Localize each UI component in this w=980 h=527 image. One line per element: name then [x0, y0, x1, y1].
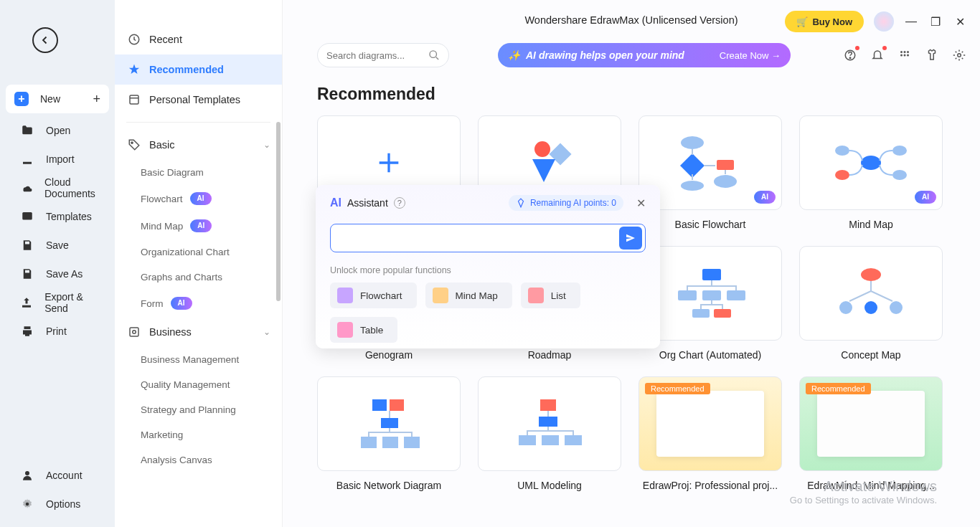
ai-points-text: Remaining AI points: 0: [530, 198, 616, 208]
svg-rect-43: [381, 418, 398, 428]
help-icon[interactable]: [842, 47, 858, 63]
sidebar-item-new[interactable]: + New +: [6, 85, 109, 113]
svg-point-7: [133, 331, 136, 334]
title-bar: Wondershare EdrawMax (Unlicensed Version…: [283, 0, 980, 43]
sidebar-item-save[interactable]: Save: [0, 231, 115, 260]
func-flowchart[interactable]: Flowchart: [330, 283, 417, 308]
concept-icon: [831, 265, 910, 322]
sidebar-label: Open: [46, 125, 70, 136]
ai-points-pill[interactable]: Remaining AI points: 0: [509, 195, 623, 211]
svg-point-16: [907, 54, 909, 57]
business-icon: [128, 326, 141, 338]
sub-marketing[interactable]: Marketing: [115, 422, 282, 447]
saveas-icon: [20, 267, 34, 281]
card-label: Basic Network Diagram: [317, 480, 461, 491]
sidebar-item-import[interactable]: Import: [0, 145, 115, 174]
sidebar-item-templates[interactable]: Templates: [0, 202, 115, 231]
sub-quality[interactable]: Quality Management: [115, 372, 282, 397]
svg-rect-47: [540, 399, 556, 411]
cat-label: Recent: [149, 34, 182, 45]
buy-now-button[interactable]: 🛒 Buy Now: [785, 11, 864, 32]
cat-basic-header[interactable]: Basic ⌄: [115, 130, 282, 160]
sub-orgchart[interactable]: Organizational Chart: [115, 239, 282, 265]
sidebar-label-new: New: [40, 93, 60, 105]
folder-icon: [20, 123, 34, 138]
table-func-icon: [337, 322, 353, 338]
svg-rect-22: [680, 153, 705, 178]
sidebar-item-saveas[interactable]: Save As: [0, 260, 115, 288]
cat-personal[interactable]: Personal Templates: [115, 85, 282, 115]
svg-point-37: [861, 268, 881, 281]
svg-point-25: [714, 175, 737, 188]
card-uml[interactable]: UML Modeling: [478, 376, 621, 491]
svg-rect-36: [714, 309, 731, 318]
sub-strategy[interactable]: Strategy and Planning: [115, 397, 282, 422]
svg-point-30: [892, 170, 907, 180]
bell-icon[interactable]: [870, 47, 885, 63]
card-orgchart[interactable]: Org Chart (Automated): [639, 246, 782, 361]
apps-icon[interactable]: [897, 47, 913, 63]
func-list[interactable]: List: [521, 283, 580, 308]
sidebar-item-export[interactable]: Export & Send: [0, 288, 115, 317]
card-concept[interactable]: Concept Map: [799, 246, 943, 361]
sub-graphs[interactable]: Graphs and Charts: [115, 265, 282, 290]
svg-point-39: [864, 301, 877, 314]
card-network[interactable]: Basic Network Diagram: [317, 376, 461, 491]
shirt-icon[interactable]: [924, 47, 940, 63]
sidebar-label: Account: [46, 470, 83, 481]
sub-business-mgmt[interactable]: Business Management: [115, 347, 282, 372]
plus-icon: +: [14, 92, 29, 106]
ai-banner-button[interactable]: ✨ AI drawing helps open your mind Create…: [498, 43, 791, 67]
add-icon[interactable]: +: [93, 92, 100, 107]
func-table[interactable]: Table: [330, 317, 397, 343]
ai-banner-text: AI drawing helps open your mind: [526, 49, 684, 61]
send-button[interactable]: [619, 227, 642, 250]
ai-badge-icon: AI: [190, 192, 212, 205]
help-icon[interactable]: ?: [394, 197, 405, 209]
user-avatar[interactable]: [874, 11, 894, 32]
sub-analysis[interactable]: Analysis Canvas: [115, 447, 282, 473]
sidebar-label: Print: [46, 326, 67, 337]
sidebar-item-account[interactable]: Account: [0, 461, 115, 490]
card-edrawmind[interactable]: RecommendedEdrawMind: Mind Mapping...: [799, 376, 943, 491]
window-minimize[interactable]: —: [904, 14, 918, 29]
promo-preview: [656, 391, 764, 457]
cat-recommended[interactable]: Recommended: [115, 54, 282, 85]
cat-business-header[interactable]: Business ⌄: [115, 317, 282, 347]
template-icon: [128, 93, 141, 106]
settings-icon[interactable]: [951, 47, 967, 63]
mindmap-icon: [828, 138, 914, 188]
card-edrawproj[interactable]: RecommendedEdrawProj: Professional proj.…: [639, 376, 782, 491]
cat-recent[interactable]: Recent: [115, 24, 282, 54]
sidebar-item-print[interactable]: Print: [0, 317, 115, 346]
svg-point-24: [681, 181, 704, 191]
sidebar-item-options[interactable]: Options: [0, 490, 115, 518]
assistant-input[interactable]: [339, 232, 619, 244]
svg-rect-48: [539, 417, 557, 427]
svg-rect-4: [130, 95, 138, 104]
search-box[interactable]: [317, 43, 449, 67]
svg-rect-49: [519, 435, 536, 445]
ai-badge-icon: AI: [171, 297, 192, 310]
sub-mindmap[interactable]: Mind MapAI: [115, 212, 282, 239]
sub-form[interactable]: FormAI: [115, 290, 282, 317]
card-basic-flowchart[interactable]: AIBasic Flowchart: [639, 115, 782, 230]
sub-flowchart[interactable]: FlowchartAI: [115, 185, 282, 212]
assistant-subtitle: Unlock more popular functions: [330, 265, 646, 275]
sidebar-item-cloud[interactable]: Cloud Documents: [0, 174, 115, 202]
func-mindmap[interactable]: Mind Map: [425, 283, 512, 308]
recommended-badge: Recommended: [645, 383, 710, 394]
back-button[interactable]: [32, 27, 58, 53]
sub-basic-diagram[interactable]: Basic Diagram: [115, 160, 282, 185]
card-mindmap[interactable]: AIMind Map: [799, 115, 943, 230]
window-close[interactable]: ✕: [953, 14, 967, 29]
sidebar-item-open[interactable]: Open: [0, 116, 115, 145]
svg-point-28: [835, 170, 849, 180]
svg-point-18: [534, 141, 550, 157]
network-icon: [349, 395, 428, 452]
search-input[interactable]: [326, 50, 428, 61]
window-maximize[interactable]: ❐: [928, 14, 943, 29]
promo-preview: [817, 391, 925, 457]
close-button[interactable]: ✕: [636, 196, 646, 210]
scrollbar-thumb[interactable]: [276, 122, 281, 301]
